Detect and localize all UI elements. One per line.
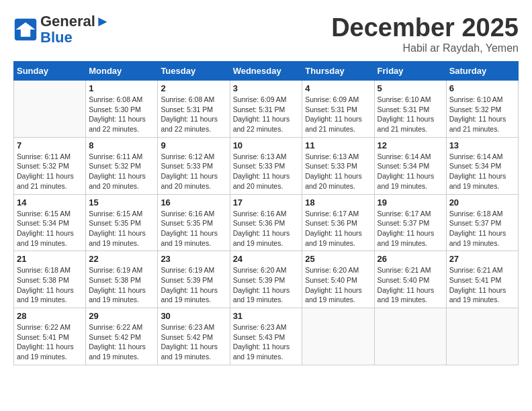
day-info: Sunrise: 6:14 AMSunset: 5:34 PMDaylight:… xyxy=(378,152,443,191)
day-number: 22 xyxy=(89,254,154,264)
day-number: 5 xyxy=(378,83,443,93)
day-number: 25 xyxy=(305,254,371,264)
logo-text: General► Blue xyxy=(40,13,110,46)
calendar-cell: 26Sunrise: 6:21 AMSunset: 5:40 PMDayligh… xyxy=(374,251,446,308)
day-number: 8 xyxy=(89,140,154,150)
day-info: Sunrise: 6:08 AMSunset: 5:30 PMDaylight:… xyxy=(89,95,154,134)
day-number: 23 xyxy=(161,254,226,264)
day-info: Sunrise: 6:11 AMSunset: 5:32 PMDaylight:… xyxy=(89,152,154,191)
column-header-wednesday: Wednesday xyxy=(230,62,302,81)
calendar-cell: 6Sunrise: 6:10 AMSunset: 5:32 PMDaylight… xyxy=(446,81,518,138)
week-row-2: 7Sunrise: 6:11 AMSunset: 5:32 PMDaylight… xyxy=(14,137,519,194)
day-number: 9 xyxy=(161,140,226,150)
day-number: 20 xyxy=(449,197,515,208)
calendar-cell: 15Sunrise: 6:15 AMSunset: 5:35 PMDayligh… xyxy=(86,194,158,251)
day-info: Sunrise: 6:13 AMSunset: 5:33 PMDaylight:… xyxy=(305,152,371,191)
calendar-cell: 12Sunrise: 6:14 AMSunset: 5:34 PMDayligh… xyxy=(374,137,446,194)
day-number: 21 xyxy=(17,254,83,264)
month-title: December 2025 xyxy=(331,13,519,42)
day-number: 2 xyxy=(161,83,226,93)
day-info: Sunrise: 6:15 AMSunset: 5:35 PMDaylight:… xyxy=(89,209,154,248)
day-number: 10 xyxy=(233,140,300,150)
day-number: 28 xyxy=(17,311,83,321)
day-number: 15 xyxy=(89,197,154,208)
day-info: Sunrise: 6:22 AMSunset: 5:41 PMDaylight:… xyxy=(17,322,83,362)
week-row-5: 28Sunrise: 6:22 AMSunset: 5:41 PMDayligh… xyxy=(14,308,519,365)
page-header: General► Blue December 2025 Habil ar Ray… xyxy=(13,13,519,54)
day-info: Sunrise: 6:09 AMSunset: 5:31 PMDaylight:… xyxy=(305,95,371,134)
day-number: 19 xyxy=(378,197,443,208)
calendar-cell: 17Sunrise: 6:16 AMSunset: 5:36 PMDayligh… xyxy=(230,194,302,251)
calendar-cell: 11Sunrise: 6:13 AMSunset: 5:33 PMDayligh… xyxy=(302,137,374,194)
day-number: 11 xyxy=(305,140,371,150)
calendar-cell xyxy=(446,308,518,365)
day-info: Sunrise: 6:17 AMSunset: 5:36 PMDaylight:… xyxy=(305,209,371,248)
calendar-cell: 28Sunrise: 6:22 AMSunset: 5:41 PMDayligh… xyxy=(14,308,86,365)
column-header-tuesday: Tuesday xyxy=(158,62,230,81)
day-number: 3 xyxy=(233,83,300,93)
column-header-saturday: Saturday xyxy=(446,62,518,81)
day-info: Sunrise: 6:08 AMSunset: 5:31 PMDaylight:… xyxy=(161,95,226,134)
day-info: Sunrise: 6:22 AMSunset: 5:42 PMDaylight:… xyxy=(89,322,154,362)
day-info: Sunrise: 6:18 AMSunset: 5:37 PMDaylight:… xyxy=(449,209,515,248)
day-info: Sunrise: 6:16 AMSunset: 5:36 PMDaylight:… xyxy=(233,209,300,248)
day-info: Sunrise: 6:16 AMSunset: 5:35 PMDaylight:… xyxy=(161,209,226,248)
calendar-cell: 16Sunrise: 6:16 AMSunset: 5:35 PMDayligh… xyxy=(158,194,230,251)
day-info: Sunrise: 6:21 AMSunset: 5:40 PMDaylight:… xyxy=(378,265,443,305)
column-header-sunday: Sunday xyxy=(14,62,86,81)
calendar-cell: 8Sunrise: 6:11 AMSunset: 5:32 PMDaylight… xyxy=(86,137,158,194)
day-info: Sunrise: 6:15 AMSunset: 5:34 PMDaylight:… xyxy=(17,209,83,248)
day-info: Sunrise: 6:12 AMSunset: 5:33 PMDaylight:… xyxy=(161,152,226,191)
day-number: 4 xyxy=(305,83,371,93)
day-info: Sunrise: 6:19 AMSunset: 5:39 PMDaylight:… xyxy=(161,265,226,305)
day-number: 31 xyxy=(233,311,300,321)
calendar-cell: 9Sunrise: 6:12 AMSunset: 5:33 PMDaylight… xyxy=(158,137,230,194)
calendar-cell: 23Sunrise: 6:19 AMSunset: 5:39 PMDayligh… xyxy=(158,251,230,308)
day-number: 29 xyxy=(89,311,154,321)
calendar-cell: 19Sunrise: 6:17 AMSunset: 5:37 PMDayligh… xyxy=(374,194,446,251)
calendar-cell: 21Sunrise: 6:18 AMSunset: 5:38 PMDayligh… xyxy=(14,251,86,308)
calendar-cell: 25Sunrise: 6:20 AMSunset: 5:40 PMDayligh… xyxy=(302,251,374,308)
day-number: 13 xyxy=(449,140,515,150)
calendar-cell: 30Sunrise: 6:23 AMSunset: 5:42 PMDayligh… xyxy=(158,308,230,365)
day-info: Sunrise: 6:21 AMSunset: 5:41 PMDaylight:… xyxy=(449,265,515,305)
calendar-cell: 24Sunrise: 6:20 AMSunset: 5:39 PMDayligh… xyxy=(230,251,302,308)
day-number: 18 xyxy=(305,197,371,208)
calendar-cell: 2Sunrise: 6:08 AMSunset: 5:31 PMDaylight… xyxy=(158,81,230,138)
day-number: 30 xyxy=(161,311,226,321)
logo-icon xyxy=(13,17,38,42)
day-info: Sunrise: 6:13 AMSunset: 5:33 PMDaylight:… xyxy=(233,152,300,191)
calendar-cell xyxy=(302,308,374,365)
title-block: December 2025 Habil ar Raydah, Yemen xyxy=(331,13,519,54)
column-header-thursday: Thursday xyxy=(302,62,374,81)
calendar-cell: 7Sunrise: 6:11 AMSunset: 5:32 PMDaylight… xyxy=(14,137,86,194)
calendar-cell: 29Sunrise: 6:22 AMSunset: 5:42 PMDayligh… xyxy=(86,308,158,365)
day-number: 26 xyxy=(378,254,443,264)
day-number: 1 xyxy=(89,83,154,93)
day-info: Sunrise: 6:09 AMSunset: 5:31 PMDaylight:… xyxy=(233,95,300,134)
day-info: Sunrise: 6:19 AMSunset: 5:38 PMDaylight:… xyxy=(89,265,154,305)
calendar-cell: 27Sunrise: 6:21 AMSunset: 5:41 PMDayligh… xyxy=(446,251,518,308)
day-number: 27 xyxy=(449,254,515,264)
day-number: 7 xyxy=(17,140,83,150)
calendar-cell: 3Sunrise: 6:09 AMSunset: 5:31 PMDaylight… xyxy=(230,81,302,138)
column-header-friday: Friday xyxy=(374,62,446,81)
day-number: 14 xyxy=(17,197,83,208)
calendar-cell xyxy=(374,308,446,365)
day-number: 24 xyxy=(233,254,300,264)
week-row-3: 14Sunrise: 6:15 AMSunset: 5:34 PMDayligh… xyxy=(14,194,519,251)
day-info: Sunrise: 6:17 AMSunset: 5:37 PMDaylight:… xyxy=(378,209,443,248)
calendar-cell: 13Sunrise: 6:14 AMSunset: 5:34 PMDayligh… xyxy=(446,137,518,194)
calendar-cell: 5Sunrise: 6:10 AMSunset: 5:31 PMDaylight… xyxy=(374,81,446,138)
calendar-cell: 1Sunrise: 6:08 AMSunset: 5:30 PMDaylight… xyxy=(86,81,158,138)
day-info: Sunrise: 6:14 AMSunset: 5:34 PMDaylight:… xyxy=(449,152,515,191)
day-number: 16 xyxy=(161,197,226,208)
logo: General► Blue xyxy=(13,13,110,46)
calendar-cell: 31Sunrise: 6:23 AMSunset: 5:43 PMDayligh… xyxy=(230,308,302,365)
calendar-table: SundayMondayTuesdayWednesdayThursdayFrid… xyxy=(13,61,519,365)
day-info: Sunrise: 6:20 AMSunset: 5:39 PMDaylight:… xyxy=(233,265,300,305)
week-row-1: 1Sunrise: 6:08 AMSunset: 5:30 PMDaylight… xyxy=(14,81,519,138)
calendar-cell: 18Sunrise: 6:17 AMSunset: 5:36 PMDayligh… xyxy=(302,194,374,251)
day-info: Sunrise: 6:10 AMSunset: 5:31 PMDaylight:… xyxy=(378,95,443,134)
calendar-cell: 14Sunrise: 6:15 AMSunset: 5:34 PMDayligh… xyxy=(14,194,86,251)
